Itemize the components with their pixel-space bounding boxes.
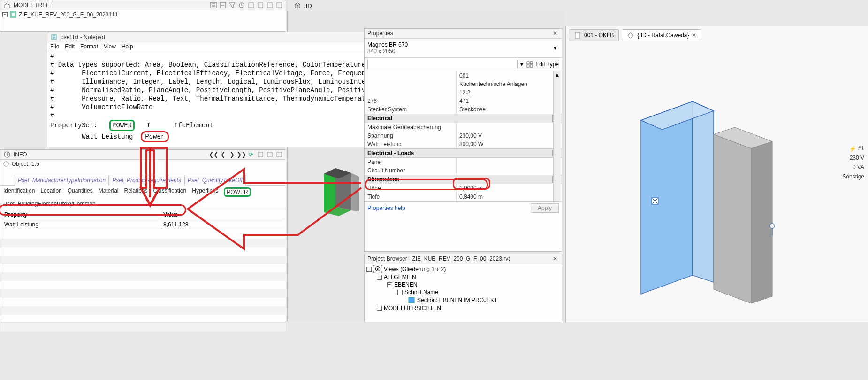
- box-icon[interactable]: [266, 1, 274, 9]
- type-selector[interactable]: [367, 60, 518, 69]
- prop-row[interactable]: Watt Leistung800,00 W: [365, 140, 562, 148]
- close-icon[interactable]: ✕: [551, 255, 559, 263]
- browser-node-schnitt[interactable]: − Schnitt Name: [366, 288, 560, 296]
- prop-val: 800,00 W: [456, 140, 562, 148]
- nav-next-icon[interactable]: ❯: [228, 151, 236, 158]
- nav-first-icon[interactable]: ❮❮: [210, 151, 217, 158]
- box-icon[interactable]: [266, 151, 274, 158]
- svg-marker-27: [641, 101, 693, 294]
- info-title: INFO: [14, 151, 27, 158]
- browser-node-modellier[interactable]: − MODELLIERSICHTEN: [366, 304, 560, 312]
- svg-rect-4: [258, 3, 263, 8]
- tree-toggle-icon[interactable]: −: [366, 267, 372, 272]
- info-property-table: PropertyValue Watt Leistung 8,611.128: [0, 209, 286, 230]
- chevron-down-icon[interactable]: ▾: [551, 44, 559, 52]
- status-category: Sonstige: [842, 173, 864, 180]
- prop-row[interactable]: Maximale Geräteabsicherung: [365, 123, 562, 132]
- tab-material[interactable]: Material: [96, 186, 122, 199]
- prop-val: 230,00 V: [456, 132, 562, 140]
- tab-quantities[interactable]: Quantities: [65, 186, 96, 199]
- table-row[interactable]: Watt Leistung 8,611.128: [1, 220, 285, 229]
- tree-sync-icon[interactable]: [238, 1, 245, 9]
- close-icon[interactable]: ✕: [692, 32, 696, 39]
- browser-node-ebenen[interactable]: − EBENEN: [366, 281, 560, 288]
- menu-file[interactable]: File: [50, 43, 59, 50]
- prop-row[interactable]: Panel: [365, 158, 562, 166]
- menu-view[interactable]: View: [104, 43, 116, 50]
- prop-row[interactable]: 001: [365, 71, 562, 80]
- project-browser-title: Project Browser - ZIE_KUE_REV_200_G_F_00…: [367, 256, 510, 262]
- tab-relations[interactable]: Relations: [121, 186, 150, 199]
- box-icon[interactable]: [247, 1, 255, 9]
- tab-power[interactable]: POWER: [221, 186, 253, 199]
- close-icon[interactable]: ✕: [551, 30, 559, 37]
- svg-rect-19: [277, 152, 282, 157]
- view-tab-3d-active[interactable]: {3D - Rafal.Gaweda} ✕: [622, 29, 701, 41]
- edit-type-icon: [526, 61, 533, 68]
- refresh-icon[interactable]: ⟳: [247, 151, 255, 158]
- tab-pset-proxy[interactable]: Pset_BuildingElementProxyCommon: [0, 199, 99, 209]
- tree-collapse-icon[interactable]: [219, 1, 227, 9]
- tab-identification[interactable]: Identification: [0, 186, 38, 199]
- box-icon[interactable]: [275, 1, 283, 9]
- tab-hyperlinks[interactable]: Hyperlinks: [189, 186, 221, 199]
- tab-location[interactable]: Location: [38, 186, 64, 199]
- edit-type-button[interactable]: Edit Type: [535, 61, 559, 68]
- browser-node-views[interactable]: − ⦿ Views (Gliederung 1 + 2): [366, 265, 560, 273]
- prop-row[interactable]: Spannung230,00 V: [365, 132, 562, 140]
- tree-toggle-icon[interactable]: −: [2, 12, 8, 17]
- menu-edit[interactable]: Edit: [65, 43, 75, 50]
- tree-toggle-icon[interactable]: −: [387, 282, 392, 287]
- prop-row[interactable]: Tiefe0,8400 m: [365, 193, 562, 201]
- properties-help-link[interactable]: Properties help: [367, 205, 405, 211]
- prop-group-header[interactable]: Dimensions⌄: [365, 175, 562, 184]
- prop-key: Stecker System: [365, 105, 456, 114]
- prop-row[interactable]: 12.2: [365, 88, 562, 97]
- info-header: i INFO ❮❮ ❮ ❯ ❯❯ ⟳: [0, 150, 286, 160]
- project-browser-header: Project Browser - ZIE_KUE_REV_200_G_F_00…: [365, 254, 562, 264]
- tab-pset-qto[interactable]: Pset_QuantityTakeOff: [184, 175, 246, 186]
- prop-key: Maximale Geräteabsicherung: [365, 123, 456, 132]
- prop-group-header[interactable]: Electrical⌄: [365, 114, 562, 123]
- svg-rect-6: [277, 3, 282, 8]
- svg-rect-18: [267, 152, 272, 157]
- scrollbar[interactable]: ▲: [553, 71, 561, 201]
- prop-row[interactable]: Küchentechnische Anlagen: [365, 80, 562, 88]
- prop-val: 12.2: [456, 88, 562, 97]
- browser-node-allgemein[interactable]: − ALLGEMEIN: [366, 273, 560, 281]
- browser-node-section[interactable]: Section: EBENEN IM PROJEKT: [366, 296, 560, 304]
- prop-row[interactable]: Stecker SystemSteckdose: [365, 105, 562, 114]
- prop-row[interactable]: Höhe1,9000 m: [365, 184, 562, 193]
- house-icon: [3, 1, 11, 9]
- tree-root-row[interactable]: − ZIE_KUE_REV_200_G_F_00_2023111: [0, 10, 286, 19]
- box-icon[interactable]: [257, 151, 264, 158]
- tree-filter-icon[interactable]: [228, 1, 236, 9]
- prop-val: [456, 158, 562, 166]
- box-icon[interactable]: [275, 151, 283, 158]
- sheet-icon: [574, 31, 581, 39]
- tab-pset-mfr[interactable]: Pset_ManufacturerTypeInformation: [15, 175, 109, 186]
- prop-row[interactable]: 276471: [365, 97, 562, 105]
- tab-pset-prodreq[interactable]: Pset_ProductRequirements: [109, 175, 184, 186]
- svg-text:i: i: [7, 151, 8, 158]
- tree-toggle-icon[interactable]: −: [397, 290, 403, 295]
- viewport-geometry-large[interactable]: [622, 97, 819, 322]
- apply-button[interactable]: Apply: [531, 203, 559, 213]
- prop-key: Watt Leistung: [1, 220, 160, 229]
- tree-toggle-icon[interactable]: −: [377, 275, 382, 280]
- prop-row[interactable]: Circuit Number: [365, 166, 562, 175]
- nav-prev-icon[interactable]: ❮: [219, 151, 227, 158]
- prop-group-header[interactable]: Electrical - Loads⌄: [365, 148, 562, 158]
- tab-classification[interactable]: Classification: [151, 186, 190, 199]
- nav-last-icon[interactable]: ❯❯: [238, 151, 245, 158]
- prop-val: [456, 166, 562, 175]
- tree-toggle-icon[interactable]: −: [377, 306, 382, 311]
- view-tab-okfb[interactable]: 001 - OKFB: [569, 29, 619, 41]
- menu-format[interactable]: Format: [80, 43, 98, 50]
- menu-help[interactable]: Help: [122, 43, 133, 50]
- tree-expand-icon[interactable]: [210, 1, 217, 9]
- info-category-tabs[interactable]: Pset_ManufacturerTypeInformation Pset_Pr…: [0, 175, 286, 186]
- box-icon[interactable]: [257, 1, 264, 9]
- info-sub-tabs[interactable]: Identification Location Quantities Mater…: [0, 186, 286, 209]
- info-object-row[interactable]: Object.-1.5: [0, 160, 286, 168]
